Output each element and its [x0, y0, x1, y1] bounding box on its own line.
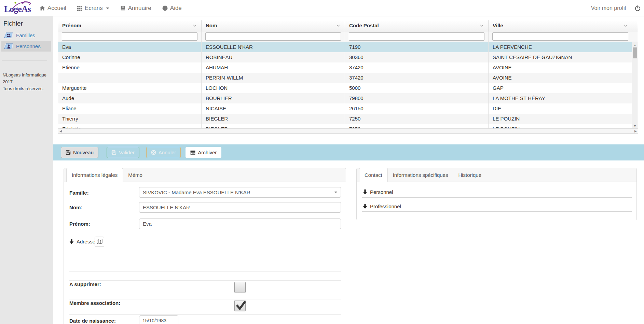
membre-association-checkbox[interactable] — [234, 300, 246, 311]
column-header-ville[interactable]: Ville — [489, 20, 632, 31]
tab-contact[interactable]: Contact — [359, 168, 388, 182]
cell-prenom: Etienne — [58, 62, 202, 73]
chevron-down-icon[interactable] — [193, 25, 196, 27]
button-label: Annuler — [159, 150, 176, 155]
row-divider — [69, 280, 341, 281]
action-toolbar: Nouveau Valider Annuler Archiver — [53, 144, 644, 160]
column-header-prenom[interactable]: Prénom — [58, 20, 202, 31]
nom-label: Nom: — [69, 205, 82, 210]
date-naissance-field[interactable] — [139, 315, 178, 324]
chevron-down-icon[interactable] — [337, 25, 340, 27]
table-row[interactable]: Marguerite LOCHON 5000 GAP — [58, 83, 638, 93]
sidebar-item-familles[interactable]: Familles — [1, 30, 51, 41]
cell-ville: AVOINE — [489, 73, 632, 83]
cell-code-postal: 30360 — [345, 52, 489, 62]
person-details-panel: Informations légales Mémo Famille: SIVKO… — [64, 168, 346, 324]
filter-input-ville[interactable] — [492, 32, 628, 41]
table-row[interactable]: Etienne AHUMAH 37420 AVOINE — [58, 62, 638, 73]
logo-text: LogeAs — [4, 4, 31, 14]
button-label: Nouveau — [73, 150, 94, 155]
nav-label: Annuaire — [128, 5, 151, 12]
cell-nom: ESSOUELLE N'KAR — [202, 42, 345, 52]
prenom-field[interactable] — [139, 219, 341, 229]
table-row[interactable]: Eliane NICAISE 26150 DIE — [58, 103, 638, 114]
chevron-down-icon[interactable] — [624, 25, 627, 27]
copyright-text: ©Logeas Informatique 2017. Tous droits r… — [3, 72, 46, 92]
adresse-section-toggle[interactable]: Adresse — [69, 239, 95, 244]
sidebar-item-personnes[interactable]: Personnes — [1, 41, 51, 52]
section-divider — [69, 271, 341, 271]
nav-label: Aide — [170, 5, 182, 12]
professionnel-section-toggle[interactable]: Professionnel — [363, 203, 401, 209]
table-row[interactable]: Corinne ROBINEAU 30360 SAINT CESAIRE DE … — [58, 52, 638, 62]
nav-item-aide[interactable]: Aide — [157, 0, 187, 16]
main-menu: Accueil Ecrans Annuaire Aide — [34, 0, 187, 16]
logeas-logo[interactable]: LogeAs — [4, 1, 35, 16]
personnel-section-toggle[interactable]: Personnel — [363, 189, 393, 195]
valider-button[interactable]: Valider — [107, 147, 139, 158]
arrow-down-icon — [69, 239, 74, 244]
cell-nom: BOURLIER — [202, 93, 345, 103]
adresse-underline — [69, 248, 341, 248]
column-title: Code Postal — [349, 23, 379, 28]
a-supprimer-checkbox[interactable] — [234, 282, 246, 293]
cell-prenom: Corinne — [58, 52, 202, 62]
scroll-left-arrow-icon[interactable]: ◀ — [59, 129, 62, 133]
cell-nom: AHUMAH — [202, 62, 345, 73]
nouveau-button[interactable]: Nouveau — [61, 147, 98, 158]
filter-input-code-postal[interactable] — [349, 32, 484, 41]
top-navbar: LogeAs Accueil Ecrans Annuaire — [0, 0, 644, 16]
button-label: Archiver — [198, 150, 217, 155]
a-supprimer-label: A supprimer: — [69, 281, 101, 287]
professionnel-underline — [362, 211, 632, 212]
famille-label: Famille: — [69, 190, 89, 196]
personnel-underline — [362, 197, 632, 198]
check-icon — [235, 300, 246, 311]
column-header-code-postal[interactable]: Code Postal — [345, 20, 489, 31]
cell-nom: NICAISE — [202, 103, 345, 114]
vertical-scrollbar[interactable]: ▲ ▼ — [632, 42, 638, 129]
scrollbar-thumb[interactable] — [633, 47, 637, 58]
cell-prenom — [58, 73, 202, 83]
membre-association-label: Membre association: — [69, 300, 120, 306]
nav-item-ecrans[interactable]: Ecrans — [72, 0, 115, 16]
nom-field[interactable] — [139, 202, 341, 213]
table-row[interactable]: Eva ESSOUELLE N'KAR 7190 LA PERVENCHE — [58, 42, 638, 52]
nav-item-accueil[interactable]: Accueil — [34, 0, 72, 16]
table-row[interactable]: Thierry BIEGLER 7250 LE POUZIN — [58, 114, 638, 124]
tab-memo[interactable]: Mémo — [123, 168, 148, 182]
cell-ville: LE POUZIN — [489, 114, 632, 124]
section-label: Personnel — [370, 189, 393, 195]
cell-ville: LA PERVENCHE — [489, 42, 632, 52]
cell-prenom: Eliane — [58, 103, 202, 114]
tab-historique[interactable]: Historique — [453, 168, 487, 182]
view-profile-link[interactable]: Voir mon profil — [591, 5, 626, 11]
horizontal-scrollbar[interactable]: ◀ ▶ — [58, 128, 638, 133]
column-header-nom[interactable]: Nom — [202, 20, 345, 31]
scroll-down-arrow-icon[interactable]: ▼ — [633, 124, 636, 128]
famille-select[interactable]: SIVKOVIC - Madame Eva ESSOUELLE N'KAR — [139, 187, 341, 198]
scroll-right-arrow-icon[interactable]: ▶ — [634, 129, 637, 133]
annuler-button[interactable]: Annuler — [146, 147, 181, 158]
map-button[interactable] — [95, 237, 104, 247]
cell-nom: LOCHON — [202, 83, 345, 93]
table-row[interactable]: Aude BOURLIER 79800 LA MOTHE ST HÉRAY — [58, 93, 638, 103]
tab-informations-legales[interactable]: Informations légales — [66, 168, 123, 182]
cell-ville: DIE — [489, 103, 632, 114]
cell-code-postal: 7250 — [345, 114, 489, 124]
cell-nom: ROBINEAU — [202, 52, 345, 62]
nav-item-annuaire[interactable]: Annuaire — [115, 0, 157, 16]
cell-ville: SAINT CESAIRE DE GAUZIGNAN — [489, 52, 632, 62]
grid-filter-row — [58, 31, 638, 42]
chevron-down-icon — [106, 8, 109, 9]
power-icon[interactable] — [635, 5, 641, 11]
tab-informations-specifiques[interactable]: Informations spécifiques — [388, 168, 453, 182]
filter-input-prenom[interactable] — [62, 32, 197, 41]
table-row[interactable]: PERRIN-WILLM 37420 AVOINE — [58, 73, 638, 83]
column-title: Nom — [206, 23, 217, 28]
cell-nom: BIEGLER — [202, 114, 345, 124]
scroll-up-arrow-icon[interactable]: ▲ — [633, 43, 636, 47]
filter-input-nom[interactable] — [205, 32, 341, 41]
chevron-down-icon[interactable] — [480, 25, 483, 27]
archiver-button[interactable]: Archiver — [186, 147, 221, 158]
